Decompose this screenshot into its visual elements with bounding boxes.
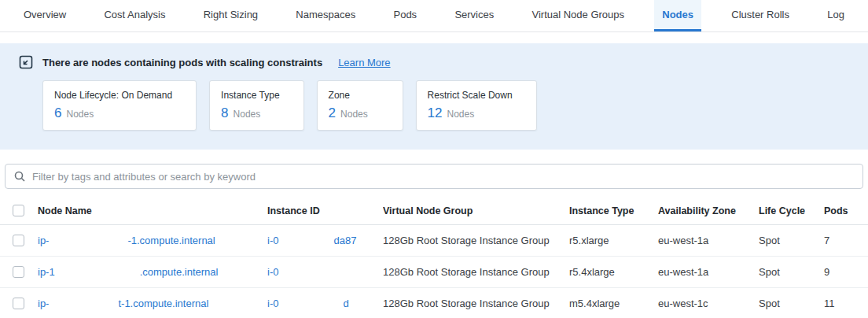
node-name-link[interactable]: ip-t-1.compute.internal	[38, 298, 267, 309]
pods-cell: 11	[824, 298, 868, 309]
card-title: Restrict Scale Down	[428, 90, 513, 101]
tab-namespaces[interactable]: Namespaces	[288, 0, 363, 31]
pods-cell: 7	[824, 235, 868, 246]
card-count: 8	[221, 105, 228, 121]
card-unit: Nodes	[66, 109, 94, 120]
tab-nodes[interactable]: Nodes	[654, 0, 701, 31]
card-unit: Nodes	[340, 109, 368, 120]
card-title: Zone	[329, 90, 379, 101]
instance-id-link[interactable]: i-0da87	[267, 235, 383, 246]
tab-cost-analysis[interactable]: Cost Analysis	[96, 0, 173, 31]
card-unit: Nodes	[234, 109, 261, 120]
table-row: ip-1.compute.internal i-0 128Gb Root Sto…	[0, 257, 868, 288]
table-row: ip-t-1.compute.internal i-0d 128Gb Root …	[0, 288, 868, 318]
card-count: 2	[329, 105, 336, 121]
card-zone[interactable]: Zone 2 Nodes	[317, 80, 403, 131]
search-input[interactable]	[32, 171, 855, 183]
node-name-link[interactable]: ip--1.compute.internal	[38, 235, 267, 246]
life-cycle-cell: Spot	[759, 298, 824, 309]
tab-log[interactable]: Log	[819, 0, 852, 31]
instance-type-cell: m5.4xlarge	[569, 298, 658, 309]
life-cycle-cell: Spot	[759, 266, 824, 278]
card-count: 6	[54, 105, 61, 121]
availability-zone-cell: eu-west-1a	[658, 266, 759, 278]
col-instance-id: Instance ID	[267, 205, 383, 216]
col-virtual-node-group: Virtual Node Group	[383, 205, 569, 216]
row-checkbox[interactable]	[13, 298, 24, 309]
card-count: 12	[428, 105, 443, 121]
card-unit: Nodes	[447, 109, 475, 120]
node-name-link[interactable]: ip-1.compute.internal	[38, 266, 267, 278]
instance-id-link[interactable]: i-0	[267, 266, 383, 278]
col-instance-type: Instance Type	[569, 205, 658, 216]
virtual-node-group-cell: 128Gb Root Storage Instance Group	[383, 266, 569, 278]
tab-right-sizing[interactable]: Right Sizing	[196, 0, 266, 31]
instance-id-link[interactable]: i-0d	[267, 298, 383, 309]
virtual-node-group-cell: 128Gb Root Storage Instance Group	[383, 235, 569, 246]
instance-type-cell: r5.4xlarge	[569, 266, 658, 278]
card-title: Instance Type	[221, 90, 280, 101]
card-title: Node Lifecycle: On Demand	[54, 90, 172, 101]
select-all-checkbox[interactable]	[13, 205, 24, 216]
scaling-constraint-icon	[19, 55, 33, 69]
constraint-cards: Node Lifecycle: On Demand 6 Nodes Instan…	[42, 80, 849, 131]
availability-zone-cell: eu-west-1c	[658, 298, 759, 309]
instance-type-cell: r5.xlarge	[569, 235, 658, 246]
learn-more-link[interactable]: Learn More	[338, 57, 390, 68]
card-instance-type[interactable]: Instance Type 8 Nodes	[209, 80, 304, 131]
tab-bar: Overview Cost Analysis Right Sizing Name…	[0, 0, 868, 32]
tab-cluster-rolls[interactable]: Cluster Rolls	[723, 0, 797, 31]
table-row: ip--1.compute.internal i-0da87 128Gb Roo…	[0, 225, 868, 257]
tab-pods[interactable]: Pods	[385, 0, 425, 31]
card-node-lifecycle[interactable]: Node Lifecycle: On Demand 6 Nodes	[42, 80, 197, 131]
scaling-constraints-banner: There are nodes containing pods with sca…	[0, 43, 868, 150]
banner-message: There are nodes containing pods with sca…	[42, 57, 322, 68]
tab-overview[interactable]: Overview	[16, 0, 74, 31]
virtual-node-group-cell: 128Gb Root Storage Instance Group	[383, 298, 569, 309]
life-cycle-cell: Spot	[759, 235, 824, 246]
tab-services[interactable]: Services	[447, 0, 502, 31]
row-checkbox[interactable]	[13, 266, 24, 278]
row-checkbox[interactable]	[13, 235, 24, 246]
col-availability-zone: Availability Zone	[658, 205, 759, 216]
filter-search-bar[interactable]	[5, 164, 863, 189]
search-icon	[13, 170, 26, 183]
col-pods: Pods	[824, 205, 868, 216]
availability-zone-cell: eu-west-1a	[658, 235, 759, 246]
nodes-table: Node Name Instance ID Virtual Node Group…	[0, 197, 868, 318]
pods-cell: 9	[824, 266, 868, 278]
col-life-cycle: Life Cycle	[759, 205, 824, 216]
card-restrict-scale-down[interactable]: Restrict Scale Down 12 Nodes	[416, 80, 537, 131]
tab-virtual-node-groups[interactable]: Virtual Node Groups	[524, 0, 632, 31]
col-node-name: Node Name	[38, 205, 267, 216]
table-header-row: Node Name Instance ID Virtual Node Group…	[0, 197, 868, 225]
